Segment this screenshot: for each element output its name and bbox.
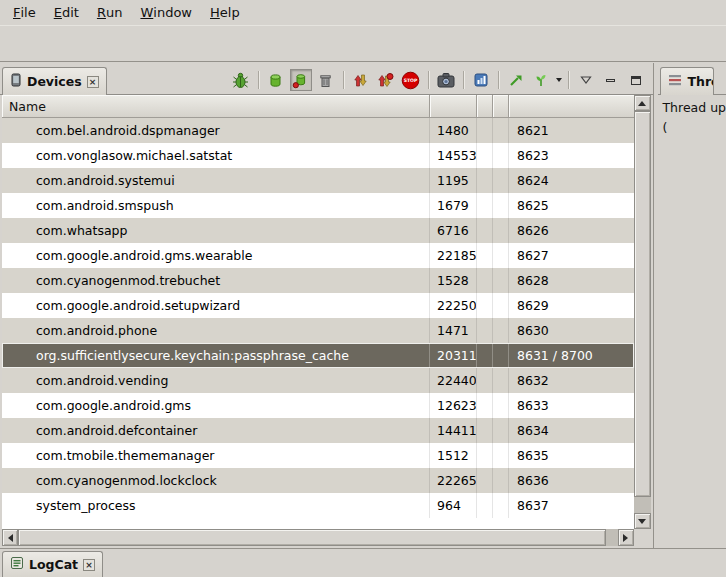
minimize-icon[interactable] xyxy=(600,69,622,91)
screen-capture-icon[interactable] xyxy=(435,69,457,91)
process-pid: 12623 xyxy=(430,393,477,418)
table-row[interactable]: com.bel.android.dspmanager14808621 xyxy=(2,118,634,143)
heap-indicator-cell xyxy=(477,293,493,318)
vertical-scroll-thumb[interactable] xyxy=(634,111,651,497)
table-row[interactable]: com.google.android.gms.wearable221858627 xyxy=(2,243,634,268)
vertical-scrollbar[interactable] xyxy=(634,95,651,529)
process-name: com.android.smspush xyxy=(2,193,430,218)
view-menu-icon[interactable] xyxy=(575,69,597,91)
process-port: 8624 xyxy=(509,168,634,193)
arrow-left-icon xyxy=(8,534,13,542)
process-name: com.google.android.gms xyxy=(2,393,430,418)
menu-window[interactable]: Window xyxy=(131,0,201,25)
tab-devices[interactable]: Devices × xyxy=(2,67,107,95)
toolbar-separator xyxy=(568,71,569,89)
process-pid: 22185 xyxy=(430,243,477,268)
process-name: com.android.vending xyxy=(2,368,430,393)
process-name: com.google.android.gms.wearable xyxy=(2,243,430,268)
tab-logcat-label: LogCat xyxy=(29,557,78,572)
menu-run[interactable]: Run xyxy=(88,0,132,25)
process-port: 8635 xyxy=(509,443,634,468)
close-icon[interactable]: × xyxy=(87,76,99,88)
process-port: 8636 xyxy=(509,468,634,493)
scroll-down-button[interactable] xyxy=(634,513,651,529)
devices-panel: Devices × xyxy=(0,63,653,548)
column-header-threads[interactable] xyxy=(493,95,509,118)
system-info-icon[interactable] xyxy=(470,69,492,91)
table-row[interactable]: com.android.defcontainer144118634 xyxy=(2,418,634,443)
column-header-heap[interactable] xyxy=(477,95,493,118)
hierarchy-view-icon[interactable] xyxy=(530,69,552,91)
process-port: 8637 xyxy=(509,493,634,518)
process-pid: 6716 xyxy=(430,218,477,243)
start-tracing-icon[interactable] xyxy=(505,69,527,91)
process-pid: 20311 xyxy=(430,343,477,368)
heap-indicator-cell xyxy=(477,418,493,443)
process-name: com.android.systemui xyxy=(2,168,430,193)
debug-process-icon[interactable] xyxy=(230,69,252,91)
process-port: 8626 xyxy=(509,218,634,243)
menu-file[interactable]: File xyxy=(4,0,45,25)
process-port: 8631 / 8700 xyxy=(509,343,634,368)
menu-file-label: F xyxy=(13,5,20,20)
process-port: 8634 xyxy=(509,418,634,443)
column-header-name[interactable]: Name xyxy=(2,95,430,118)
table-row[interactable]: com.google.android.gms126238633 xyxy=(2,393,634,418)
menu-help[interactable]: Help xyxy=(201,0,249,25)
table-row[interactable]: org.sufficientlysecure.keychain:passphra… xyxy=(2,343,634,368)
tab-threads[interactable]: Threads xyxy=(660,67,714,95)
table-row[interactable]: com.vonglasow.michael.satstat145538623 xyxy=(2,143,634,168)
cause-gc-icon[interactable] xyxy=(315,69,337,91)
toolbar-separator xyxy=(498,71,499,89)
tab-threads-label: Threads xyxy=(687,74,714,89)
scroll-up-button[interactable] xyxy=(634,95,651,111)
overflow-caret-icon[interactable] xyxy=(556,78,562,82)
table-row[interactable]: com.android.systemui11958624 xyxy=(2,168,634,193)
heap-indicator-cell xyxy=(477,343,493,368)
table-row[interactable]: com.android.phone14718630 xyxy=(2,318,634,343)
close-icon[interactable]: × xyxy=(83,559,95,571)
heap-indicator-cell xyxy=(477,443,493,468)
process-port: 8627 xyxy=(509,243,634,268)
scroll-right-button[interactable] xyxy=(618,529,634,546)
table-row[interactable]: system_process9648637 xyxy=(2,493,634,518)
heap-indicator-cell xyxy=(477,218,493,243)
vertical-scroll-track[interactable] xyxy=(634,111,651,513)
scroll-left-button[interactable] xyxy=(2,529,18,546)
thread-indicator-cell xyxy=(493,218,509,243)
table-row[interactable]: com.tmobile.thememanager15128635 xyxy=(2,443,634,468)
maximize-icon[interactable] xyxy=(625,69,647,91)
column-header-pid[interactable] xyxy=(430,95,477,118)
horizontal-scrollbar[interactable] xyxy=(2,529,634,546)
table-row[interactable]: com.whatsapp67168626 xyxy=(2,218,634,243)
tab-logcat[interactable]: LogCat × xyxy=(2,551,103,577)
logcat-bar: LogCat × xyxy=(0,548,726,577)
process-port: 8630 xyxy=(509,318,634,343)
process-name: com.tmobile.thememanager xyxy=(2,443,430,468)
table-row[interactable]: com.cyanogenmod.trebuchet15288628 xyxy=(2,268,634,293)
process-name: com.cyanogenmod.trebuchet xyxy=(2,268,430,293)
threads-panel: Threads Thread up ( xyxy=(658,63,726,548)
arrow-right-icon xyxy=(623,534,628,542)
method-profiling-icon[interactable] xyxy=(375,69,397,91)
dump-hprof-icon[interactable] xyxy=(290,69,312,91)
menu-help-label: H xyxy=(210,5,220,20)
update-heap-icon[interactable] xyxy=(265,69,287,91)
process-pid: 964 xyxy=(430,493,477,518)
table-row[interactable]: com.google.android.setupwizard222508629 xyxy=(2,293,634,318)
update-threads-icon[interactable] xyxy=(350,69,372,91)
threads-icon xyxy=(668,73,682,90)
horizontal-scroll-track[interactable] xyxy=(18,529,618,546)
horizontal-scroll-thumb[interactable] xyxy=(18,529,606,546)
heap-indicator-cell xyxy=(477,393,493,418)
table-row[interactable]: com.cyanogenmod.lockclock222658636 xyxy=(2,468,634,493)
devices-table: Name com.bel.android.dspmanager14808621c… xyxy=(2,95,651,546)
threads-message-line: ( xyxy=(662,118,726,138)
toolbar-separator xyxy=(343,71,344,89)
menu-run-label: R xyxy=(97,5,106,20)
table-row[interactable]: com.android.vending224408632 xyxy=(2,368,634,393)
column-header-port[interactable] xyxy=(509,95,634,118)
menu-edit[interactable]: Edit xyxy=(45,0,88,25)
stop-process-icon[interactable]: STOP xyxy=(400,69,422,91)
table-row[interactable]: com.android.smspush16798625 xyxy=(2,193,634,218)
